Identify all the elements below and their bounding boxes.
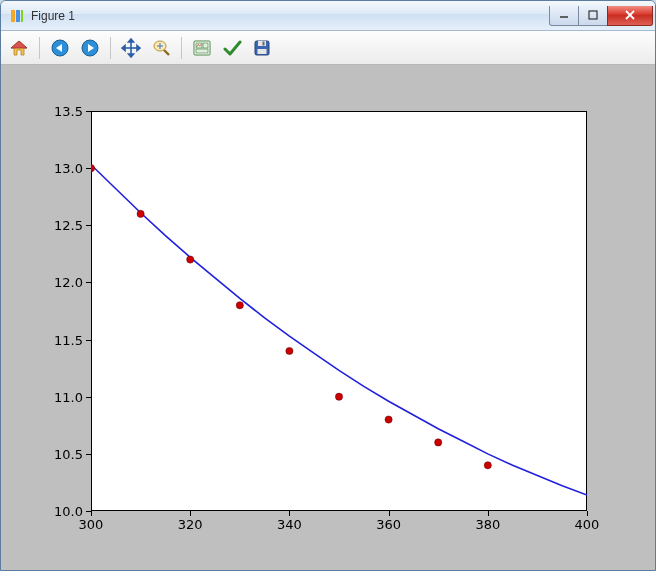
data-point xyxy=(137,210,144,217)
svg-marker-17 xyxy=(122,45,125,50)
data-point xyxy=(286,347,293,354)
svg-line-20 xyxy=(164,50,169,55)
figure-canvas[interactable]: 10.010.511.011.512.012.513.013.530032034… xyxy=(9,73,647,562)
zoom-button[interactable] xyxy=(149,36,173,60)
toolbar xyxy=(1,31,655,65)
data-point xyxy=(435,439,442,446)
svg-rect-2 xyxy=(21,10,23,22)
arrow-left-icon xyxy=(50,38,70,58)
data-point xyxy=(187,256,194,263)
data-point xyxy=(484,462,491,469)
svg-rect-25 xyxy=(203,43,208,48)
check-icon xyxy=(222,38,242,58)
edit-button[interactable] xyxy=(220,36,244,60)
close-button[interactable] xyxy=(607,6,653,26)
svg-rect-29 xyxy=(263,41,265,45)
app-icon xyxy=(9,8,25,24)
data-point xyxy=(385,416,392,423)
window-title: Figure 1 xyxy=(31,9,550,23)
window-controls xyxy=(550,6,653,26)
back-button[interactable] xyxy=(48,36,72,60)
svg-marker-16 xyxy=(129,54,134,57)
svg-rect-0 xyxy=(11,10,15,22)
svg-marker-8 xyxy=(11,41,27,48)
toolbar-separator xyxy=(39,37,40,59)
home-button[interactable] xyxy=(7,36,31,60)
subplots-icon xyxy=(192,38,212,58)
minimize-button[interactable] xyxy=(549,6,579,26)
titlebar[interactable]: Figure 1 xyxy=(1,1,655,31)
forward-button[interactable] xyxy=(78,36,102,60)
plot-svg xyxy=(9,73,607,531)
save-button[interactable] xyxy=(250,36,274,60)
svg-rect-4 xyxy=(589,11,597,19)
toolbar-separator xyxy=(110,37,111,59)
move-icon xyxy=(121,38,141,58)
zoom-icon xyxy=(151,38,171,58)
save-icon xyxy=(252,38,272,58)
fit-line xyxy=(91,165,587,495)
data-point xyxy=(335,393,342,400)
svg-rect-28 xyxy=(258,41,266,46)
svg-marker-15 xyxy=(129,39,134,42)
figure-window: Figure 1 xyxy=(0,0,656,571)
svg-rect-26 xyxy=(196,49,208,53)
data-point xyxy=(87,165,94,172)
svg-rect-1 xyxy=(16,10,20,22)
svg-rect-30 xyxy=(258,49,267,54)
maximize-button[interactable] xyxy=(578,6,608,26)
arrow-right-icon xyxy=(80,38,100,58)
data-point xyxy=(236,302,243,309)
pan-button[interactable] xyxy=(119,36,143,60)
svg-marker-18 xyxy=(137,45,140,50)
home-icon xyxy=(9,38,29,58)
subplots-button[interactable] xyxy=(190,36,214,60)
content-area: 10.010.511.011.512.012.513.013.530032034… xyxy=(1,65,655,570)
toolbar-separator xyxy=(181,37,182,59)
